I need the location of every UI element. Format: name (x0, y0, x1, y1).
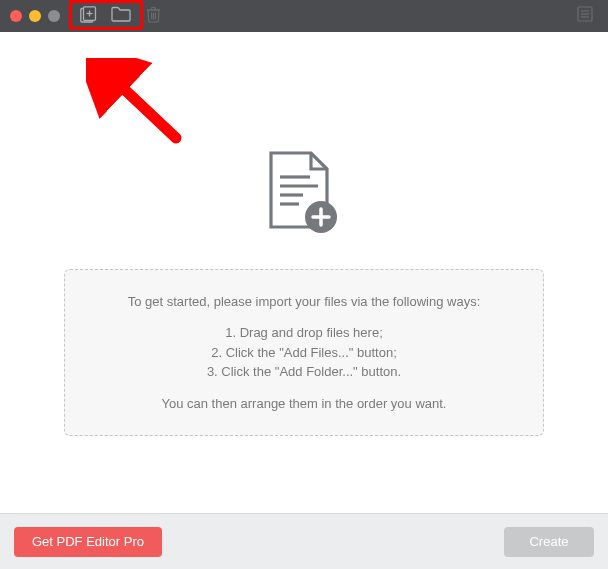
close-window-button[interactable] (10, 10, 22, 22)
document-add-icon (263, 149, 345, 245)
titlebar (0, 0, 608, 32)
annotation-arrow (86, 58, 196, 162)
instructions-outro: You can then arrange them in the order y… (85, 394, 523, 414)
toolbar (76, 5, 166, 27)
toolbar-right (572, 0, 598, 32)
folder-icon (111, 6, 131, 26)
svg-line-12 (106, 72, 176, 138)
app-window: To get started, please import your files… (0, 0, 608, 569)
instructions-step2: 2. Click the "Add Files..." button; (211, 345, 397, 360)
add-files-button[interactable] (76, 5, 102, 27)
add-file-icon (80, 6, 99, 27)
instructions-step1: 1. Drag and drop files here; (225, 325, 383, 340)
delete-button (140, 5, 166, 27)
maximize-window-button[interactable] (48, 10, 60, 22)
add-folder-button[interactable] (108, 5, 134, 27)
list-icon (577, 6, 593, 26)
instructions-step3: 3. Click the "Add Folder..." button. (207, 364, 401, 379)
instructions-intro: To get started, please import your files… (85, 292, 523, 312)
footer: Get PDF Editor Pro Create (0, 513, 608, 569)
instructions-steps: 1. Drag and drop files here; 2. Click th… (85, 323, 523, 382)
list-view-button (572, 5, 598, 27)
create-button: Create (504, 527, 594, 557)
content-area[interactable]: To get started, please import your files… (0, 32, 608, 513)
minimize-window-button[interactable] (29, 10, 41, 22)
traffic-lights (10, 10, 60, 22)
trash-icon (146, 6, 161, 27)
get-pro-button[interactable]: Get PDF Editor Pro (14, 527, 162, 557)
instructions-panel: To get started, please import your files… (64, 269, 544, 437)
